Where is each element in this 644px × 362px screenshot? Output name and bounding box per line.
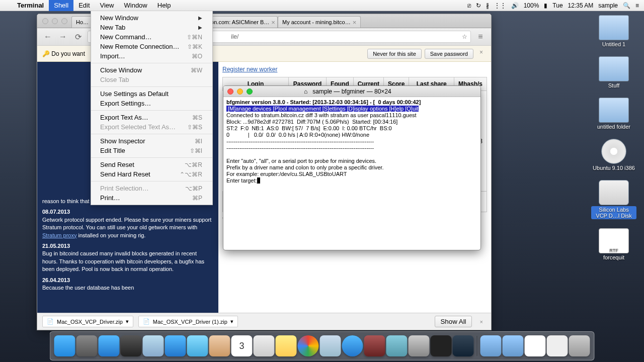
menu-window[interactable]: Window [119, 0, 152, 11]
dock-messages[interactable] [187, 335, 208, 356]
spotlight-icon[interactable]: 🔍 [623, 2, 630, 9]
terminal-titlebar[interactable]: ⌂ sample — bfgminer — 80×24 [223, 86, 480, 97]
menu-button[interactable]: ≡ [475, 31, 486, 42]
minimize-button[interactable] [52, 18, 58, 24]
desktop-file-forcequit[interactable]: RTFforcequit [591, 228, 636, 260]
menu-item-show-inspector[interactable]: Show Inspector⌘I [91, 136, 212, 146]
dock-iphoto[interactable] [364, 335, 385, 356]
dock-dashboard[interactable] [121, 335, 142, 356]
news-date: 21.05.2013 [42, 242, 213, 250]
menu-item-import-[interactable]: Import…⌘O [91, 51, 212, 61]
dock-calendar[interactable]: 3 [231, 335, 253, 356]
reload-button[interactable]: ⟳ [72, 31, 84, 42]
close-icon[interactable]: × [476, 49, 486, 59]
menu-edit[interactable]: Edit [73, 0, 95, 11]
download-item[interactable]: 📄Mac_OSX_VCP_Driver.zip▾ [42, 316, 133, 327]
menu-item-send-reset[interactable]: Send Reset⌥⌘R [91, 160, 212, 169]
volume-icon[interactable]: 🔊 [511, 2, 519, 9]
dock-preferences[interactable] [409, 335, 430, 356]
dock-launchpad[interactable] [76, 335, 98, 356]
dock-separator [477, 336, 477, 356]
bluetooth-icon[interactable]: ∦ [486, 2, 489, 9]
close-icon[interactable]: × [271, 19, 275, 26]
stratum-proxy-link[interactable]: Stratum proxy [42, 232, 76, 238]
menu-item-print-[interactable]: Print…⌘P [91, 193, 212, 203]
menu-item-use-settings-as-default[interactable]: Use Settings as Default [91, 89, 212, 99]
minimize-button[interactable] [237, 88, 243, 95]
dock-finder[interactable] [54, 335, 75, 356]
tab-4[interactable]: My account - mining.bitco…× [278, 16, 361, 28]
never-button[interactable]: Never for this site [367, 49, 422, 59]
screenshare-icon[interactable]: ⎚ [467, 2, 471, 9]
close-button[interactable] [42, 18, 48, 24]
battery-pct[interactable]: 100% [524, 2, 539, 9]
menu-item-export-settings-[interactable]: Export Settings… [91, 99, 212, 108]
desktop-disk-siliconlabs[interactable]: Silicon Labs VCP D…l Disk [591, 180, 636, 219]
battery-icon[interactable]: ▮ [544, 2, 547, 9]
dock-itunes[interactable] [342, 335, 363, 356]
dock-contacts[interactable] [209, 335, 230, 356]
dock-reminders[interactable] [254, 335, 275, 356]
close-icon[interactable]: × [477, 319, 486, 325]
desktop-folder-untitled[interactable]: untitled folder [591, 98, 636, 130]
dock-doc2[interactable] [547, 335, 568, 356]
desktop-cd-ubuntu[interactable]: Ubuntu 9.10 i386 [591, 139, 636, 171]
menu-item-new-tab[interactable]: New Tab▶ [91, 23, 212, 32]
menu-item-new-command-[interactable]: New Command…⇧⌘N [91, 32, 212, 42]
dock-safari[interactable] [143, 335, 164, 356]
chevron-down-icon[interactable]: ▾ [230, 318, 233, 325]
menu-help[interactable]: Help [152, 0, 176, 11]
zoom-button[interactable] [247, 88, 253, 95]
downloads-bar: 📄Mac_OSX_VCP_Driver.zip▾ 📄Mac_OSX_VCP_Dr… [37, 313, 491, 330]
dock-timemachine[interactable] [386, 335, 408, 356]
dock-maps[interactable] [320, 335, 341, 356]
chevron-down-icon[interactable]: ▾ [126, 318, 129, 325]
menu-item-export-text-as-[interactable]: Export Text As…⌘S [91, 113, 212, 122]
close-button[interactable] [227, 88, 233, 95]
menu-item-send-hard-reset[interactable]: Send Hard Reset⌃⌥⌘R [91, 169, 212, 179]
clock-day[interactable]: Tue [552, 2, 562, 9]
back-button[interactable]: ← [42, 31, 53, 42]
menu-item-print-selection-: Print Selection…⌥⌘P [91, 184, 212, 193]
terminal-output[interactable]: bfgminer version 3.8.0 - Started: [2013-… [223, 97, 480, 186]
desktop-folder-stuff[interactable]: Stuff [591, 56, 636, 88]
forward-button[interactable]: → [57, 31, 68, 42]
dock: 3 [50, 331, 595, 360]
show-all-button[interactable]: Show All [435, 316, 471, 327]
menu-item-new-remote-connection-[interactable]: New Remote Connection…⇧⌘K [91, 42, 212, 51]
wifi-icon[interactable]: ⋮⋮ [494, 2, 506, 9]
menu-item-new-window[interactable]: New Window▶ [91, 13, 212, 23]
menu-view[interactable]: View [95, 0, 119, 11]
app-name[interactable]: Terminal [12, 2, 49, 9]
register-worker-link[interactable]: Register new worker [222, 66, 277, 73]
close-icon[interactable]: × [353, 19, 357, 26]
icon-label: forcequit [603, 254, 624, 260]
zoom-button[interactable] [61, 18, 67, 24]
menu-item-close-window[interactable]: Close Window⌘W [91, 65, 212, 75]
dock-trash[interactable] [569, 335, 590, 356]
menubar: Terminal Shell Edit View Window Help ⎚ ↻… [0, 0, 644, 11]
dock-doc1[interactable] [525, 335, 546, 356]
dock-downloads[interactable] [480, 335, 502, 356]
save-password-button[interactable]: Save password [425, 49, 473, 59]
dock-chrome[interactable] [298, 335, 319, 356]
dock-appstore[interactable] [99, 335, 120, 356]
shell-dropdown: New Window▶New Tab▶New Command…⇧⌘NNew Re… [91, 11, 213, 205]
menu-item-edit-title[interactable]: Edit Title⇧⌘I [91, 146, 212, 155]
menu-shell[interactable]: Shell [49, 0, 73, 11]
dock-notes[interactable] [276, 335, 297, 356]
dock-imovie[interactable] [453, 335, 474, 356]
news-text: Because the user database has been [42, 284, 213, 292]
star-icon[interactable]: ☆ [462, 33, 467, 40]
clock-time[interactable]: 12:35 AM [568, 2, 594, 9]
download-item[interactable]: 📄Mac_OSX_VCP_Driver (1).zip▾ [138, 316, 238, 327]
home-icon: ⌂ [304, 88, 307, 95]
notifications-icon[interactable]: ≡ [635, 2, 639, 9]
dock-terminal[interactable] [431, 335, 452, 356]
sync-icon[interactable]: ↻ [476, 2, 481, 9]
dock-mail[interactable] [165, 335, 186, 356]
dock-folder[interactable] [503, 335, 524, 356]
user-name[interactable]: sample [598, 2, 618, 9]
desktop-folder-untitled1[interactable]: Untitled 1 [591, 15, 636, 47]
menu-item-close-tab: Close Tab [91, 75, 212, 84]
